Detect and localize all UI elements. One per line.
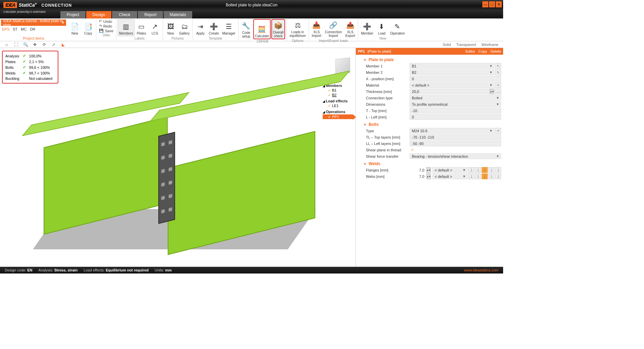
bolttype-select[interactable]: M24 10.9 xyxy=(410,128,494,134)
tab-report[interactable]: Report xyxy=(138,11,163,18)
thickness-input[interactable]: 20,0 xyxy=(410,89,490,94)
material-add-icon[interactable]: + xyxy=(495,82,501,88)
zoom-icon[interactable]: 🔍 xyxy=(23,42,28,47)
webs-value[interactable]: 7,0 xyxy=(410,174,426,179)
axis-icon[interactable]: ◣ xyxy=(60,42,66,47)
prop-editor-button[interactable]: Editor xyxy=(466,49,475,53)
mode-mc[interactable]: MC xyxy=(21,27,26,31)
weld-opt2-icon[interactable]: ⟘ xyxy=(475,167,481,173)
title-bar: IDEA StatiCa® CONNECTION Bolted plate to… xyxy=(0,0,503,10)
save-button[interactable]: 💾 Save xyxy=(99,29,113,33)
prop-copy-button[interactable]: Copy xyxy=(479,49,487,53)
apply-button[interactable]: ⇥Apply xyxy=(194,19,207,36)
mode-solid[interactable]: Solid xyxy=(443,43,451,47)
ribbon-group-data: ↶ Undo ↷ Redo 💾 Save Data xyxy=(96,18,116,41)
mode-dr[interactable]: DR xyxy=(30,27,35,31)
tab-materials[interactable]: Materials xyxy=(164,11,192,18)
lleft-input[interactable]: 0 xyxy=(410,114,501,120)
tab-project[interactable]: Project xyxy=(60,11,86,18)
maximize-button[interactable]: □ xyxy=(489,1,495,7)
xls-export-button[interactable]: 📤XLS Export xyxy=(344,19,357,39)
ribbon-group-new: ➕Member ⬇Load ✎Operation New xyxy=(358,18,408,41)
section-welds[interactable]: Welds xyxy=(356,161,503,167)
webs-spinner[interactable]: ▲▼ xyxy=(426,173,431,179)
gallery-button[interactable]: 🗂Gallery xyxy=(178,19,191,36)
flanges-value[interactable]: 7,0 xyxy=(410,168,426,172)
results-summary: Analysis✔100,0% Plates✔2,1 < 5% Bolts✔99… xyxy=(2,51,58,84)
window-controls: — □ ✕ xyxy=(482,1,502,7)
tab-design[interactable]: Design xyxy=(86,11,111,18)
new-operation-button[interactable]: ✎Operation xyxy=(389,19,406,36)
gallery-icon: 🗂 xyxy=(179,21,190,32)
redo-button[interactable]: ↷ Redo xyxy=(99,24,113,28)
weld-w4-icon[interactable]: ⟘ xyxy=(488,173,494,179)
weld-opt5-icon[interactable]: ⟘ xyxy=(495,167,501,173)
section-plate[interactable]: Plate to plate xyxy=(356,57,503,63)
mode-st[interactable]: ST xyxy=(13,27,17,31)
section-bolts[interactable]: Bolts xyxy=(356,121,503,128)
create-button[interactable]: ➕Create xyxy=(207,19,220,36)
picture-new-button[interactable]: 🖼New xyxy=(164,19,177,36)
weld-w1-icon[interactable]: ⟘ xyxy=(468,173,474,179)
ttop-input[interactable]: -10 xyxy=(410,108,501,113)
thickness-spinner[interactable]: ▲▼ xyxy=(490,89,494,94)
members-button[interactable]: ▥Members xyxy=(118,19,135,36)
minimize-button[interactable]: — xyxy=(482,1,488,7)
connection-import-button[interactable]: 🔗Connection Import xyxy=(324,19,343,39)
undo-button[interactable]: ↶ Undo xyxy=(99,19,113,23)
conntype-select[interactable]: Bolted xyxy=(410,95,501,101)
manager-button[interactable]: ☰Manager xyxy=(221,19,236,36)
weld-w3-icon[interactable]: ⟘ xyxy=(482,173,488,179)
ribbon: IDEA StatiCa tutorial - bolted plate to … xyxy=(0,18,503,41)
render-modes: Solid Transparent Wireframe xyxy=(443,43,503,47)
loads-equilibrium-button[interactable]: ⚖Loads in equilibrium xyxy=(288,19,307,39)
pan-icon[interactable]: ✥ xyxy=(32,42,38,47)
flanges-spinner[interactable]: ▲▼ xyxy=(426,167,431,173)
calculate-button[interactable]: 🧮Calculate xyxy=(253,19,271,39)
shearforce-select[interactable]: Bearing - tension/shear interaction xyxy=(410,153,501,159)
member2-select[interactable]: B2 xyxy=(410,69,494,75)
new-load-button[interactable]: ⬇Load xyxy=(375,19,388,36)
xpos-input[interactable]: 0 xyxy=(410,76,501,82)
codesetup-button[interactable]: 🔧Code setup xyxy=(240,19,253,39)
create-icon: ➕ xyxy=(209,21,219,32)
pick-member2-icon[interactable]: ↖ xyxy=(495,69,501,75)
weld-opt3-icon[interactable]: ⟘ xyxy=(482,167,488,173)
status-url[interactable]: www.ideastatica.com xyxy=(464,268,498,272)
model-3d xyxy=(27,88,329,263)
overallcheck-button[interactable]: 📦Overall check xyxy=(271,19,285,39)
project-dropdown[interactable]: IDEA StatiCa tutorial - bolted plate to … xyxy=(1,19,66,26)
material-select[interactable]: < default > xyxy=(410,82,494,88)
xls-import-button[interactable]: 📥XLS Import xyxy=(310,19,323,39)
weld-w5-icon[interactable]: ⟘ xyxy=(495,173,501,179)
zoom-window-icon[interactable]: ⛶ xyxy=(13,42,19,47)
close-button[interactable]: ✕ xyxy=(496,1,502,7)
rotate-icon[interactable]: ⟳ xyxy=(42,42,47,47)
webs-material-select[interactable]: < default > xyxy=(432,173,468,179)
weld-opt1-icon[interactable]: ⟘ xyxy=(468,167,474,173)
plates-button[interactable]: ▭Plates xyxy=(135,19,148,36)
weld-w2-icon[interactable]: ⟘ xyxy=(475,173,481,179)
mode-eps[interactable]: EPS xyxy=(2,27,9,31)
home-view-icon[interactable]: ⌂ xyxy=(4,42,9,47)
tab-check[interactable]: Check xyxy=(112,11,137,18)
new-member-button[interactable]: ➕Member xyxy=(360,19,375,36)
toplayers-input[interactable]: -70 -110 -110 xyxy=(410,134,501,140)
copy-button[interactable]: 📑Copy xyxy=(82,19,95,36)
flanges-material-select[interactable]: < default > xyxy=(432,167,468,173)
mode-transparent[interactable]: Transparent xyxy=(456,43,476,47)
dimensions-select[interactable]: To profile symmetrical xyxy=(410,101,501,107)
mode-wireframe[interactable]: Wireframe xyxy=(481,43,498,47)
weld-opt4-icon[interactable]: ⟘ xyxy=(488,167,494,173)
thickness-more-icon[interactable]: … xyxy=(495,89,501,94)
viewport-3d[interactable]: Analysis✔100,0% Plates✔2,1 < 5% Bolts✔99… xyxy=(0,48,356,267)
pick-member1-icon[interactable]: ↖ xyxy=(495,63,501,69)
prop-delete-button[interactable]: Delete xyxy=(490,49,501,53)
bolttype-add-icon[interactable]: + xyxy=(495,128,501,134)
shearplane-check[interactable]: ✔ xyxy=(410,148,414,152)
member1-select[interactable]: B1 xyxy=(410,63,494,69)
lcs-button[interactable]: ↗LCS xyxy=(149,19,161,36)
leftlayers-input[interactable]: -50 -90 xyxy=(410,141,501,146)
new-button[interactable]: 📄New xyxy=(68,19,81,36)
fit-icon[interactable]: ⤢ xyxy=(51,42,56,47)
